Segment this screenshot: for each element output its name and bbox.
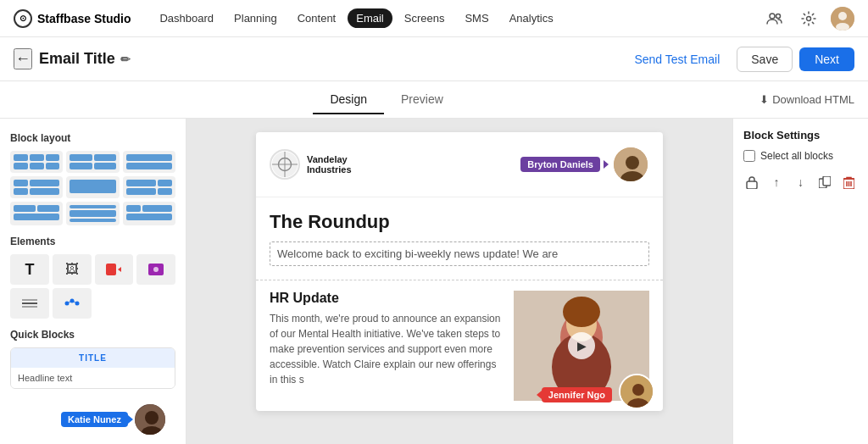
- katie-nunez-label: Katie Nunez: [61, 412, 128, 427]
- svg-rect-38: [823, 176, 831, 186]
- element-video[interactable]: [95, 254, 134, 285]
- company-logo: [270, 149, 300, 180]
- download-icon: ⬇: [760, 93, 769, 106]
- quick-block-title-label: TITLE: [18, 353, 168, 363]
- email-title-text: Email Title: [39, 50, 115, 68]
- element-media[interactable]: [136, 254, 175, 285]
- nav-right: [763, 7, 854, 31]
- app-name: Staffbase Studio: [37, 12, 131, 25]
- left-panel: Block layout: [0, 119, 186, 444]
- send-test-email-button[interactable]: Send Test Email: [624, 47, 730, 71]
- email-canvas: Vandelay Industries Bryton Daniels: [256, 132, 663, 411]
- design-tabs: Design Preview: [14, 86, 760, 114]
- delete-button[interactable]: [840, 172, 858, 192]
- svg-point-13: [64, 302, 69, 306]
- logo-icon: ⊙: [14, 9, 32, 28]
- nav-content[interactable]: Content: [289, 8, 345, 28]
- elements-grid: T 🖼: [10, 254, 175, 319]
- block-layout-grid: [10, 151, 175, 225]
- element-divider[interactable]: [10, 288, 49, 319]
- play-button[interactable]: ▶: [568, 332, 595, 359]
- quick-blocks-title: Quick Blocks: [10, 329, 175, 341]
- select-all-checkbox[interactable]: [743, 150, 755, 162]
- element-text[interactable]: T: [10, 254, 49, 285]
- nav-email[interactable]: Email: [348, 8, 392, 28]
- app-logo: ⊙ Staffbase Studio: [14, 9, 131, 28]
- bryton-avatar: [612, 146, 649, 183]
- svg-point-4: [838, 12, 847, 20]
- lock-action-button[interactable]: [743, 172, 761, 192]
- svg-rect-6: [106, 264, 116, 275]
- element-image[interactable]: 🖼: [53, 254, 92, 285]
- layout-wide[interactable]: [66, 176, 119, 198]
- block-settings-title: Block Settings: [743, 129, 858, 142]
- svg-marker-7: [118, 267, 121, 272]
- layout-two-one[interactable]: [10, 202, 63, 225]
- layout-2col[interactable]: [66, 151, 119, 173]
- download-html-button[interactable]: ⬇ Download HTML: [760, 93, 854, 106]
- nav-dashboard[interactable]: Dashboard: [151, 8, 222, 28]
- svg-rect-36: [747, 181, 757, 189]
- edit-title-icon[interactable]: ✏: [120, 53, 131, 66]
- email-canvas-area: Vandelay Industries Bryton Daniels: [186, 119, 732, 444]
- back-button[interactable]: ←: [14, 48, 32, 69]
- company-name: Vandelay: [307, 154, 352, 164]
- settings-icon[interactable]: [797, 7, 821, 31]
- svg-point-15: [75, 302, 79, 306]
- roundup-text: Welcome back to exciting bi-weekly news …: [270, 241, 649, 266]
- duplicate-button[interactable]: [816, 172, 834, 192]
- layout-narrow-wide[interactable]: [10, 176, 63, 198]
- layout-unequal[interactable]: [123, 202, 175, 225]
- svg-point-26: [626, 156, 639, 169]
- roundup-title: The Roundup: [270, 211, 649, 233]
- block-actions: ↑ ↓: [743, 172, 858, 192]
- next-button[interactable]: Next: [799, 47, 854, 71]
- page-toolbar: ← Email Title ✏ Send Test Email Save Nex…: [0, 37, 868, 81]
- move-down-button[interactable]: ↓: [792, 172, 810, 192]
- element-social[interactable]: [53, 288, 92, 319]
- nav-planning[interactable]: Planning: [225, 8, 286, 28]
- tab-design[interactable]: Design: [313, 86, 384, 114]
- block-layout-title: Block layout: [10, 132, 175, 144]
- layout-wide-narrow[interactable]: [123, 176, 175, 198]
- hr-title: HR Update: [270, 291, 504, 306]
- layout-3col[interactable]: [10, 151, 63, 173]
- save-button[interactable]: Save: [737, 47, 793, 72]
- quick-block-headline[interactable]: TITLE Headline text: [10, 347, 175, 389]
- svg-point-34: [632, 384, 644, 396]
- nav-screens[interactable]: Screens: [396, 8, 453, 28]
- main-content: Block layout: [0, 119, 868, 444]
- svg-point-1: [776, 14, 781, 18]
- nav-analytics[interactable]: Analytics: [501, 8, 562, 28]
- top-nav: ⊙ Staffbase Studio Dashboard Planning Co…: [0, 0, 868, 37]
- tab-preview[interactable]: Preview: [384, 86, 460, 114]
- select-all-row: Select all blocks: [743, 150, 858, 162]
- jennifer-tooltip-arrow: [537, 391, 542, 399]
- elements-title: Elements: [10, 236, 175, 247]
- quick-block-text: Headline text: [18, 373, 168, 383]
- quick-block-header: TITLE: [11, 348, 175, 368]
- company-name-2: Industries: [307, 164, 352, 175]
- layout-1col[interactable]: [123, 151, 175, 173]
- back-arrow: ←: [15, 50, 31, 68]
- select-all-label: Select all blocks: [760, 150, 833, 162]
- bryton-daniels-label: Bryton Daniels: [520, 157, 600, 172]
- svg-point-9: [153, 267, 159, 272]
- sub-toolbar: Design Preview ⬇ Download HTML: [0, 81, 868, 119]
- katie-avatar: [133, 402, 167, 436]
- nav-sms[interactable]: SMS: [456, 8, 497, 28]
- layout-stacked[interactable]: [66, 202, 119, 225]
- toolbar-right: Send Test Email Save Next: [624, 47, 854, 72]
- quick-block-body: Headline text: [11, 368, 175, 388]
- svg-point-14: [70, 299, 74, 303]
- user-avatar[interactable]: [831, 7, 854, 31]
- svg-line-17: [74, 302, 75, 302]
- svg-point-19: [145, 411, 159, 425]
- svg-point-2: [807, 16, 811, 20]
- move-up-button[interactable]: ↑: [768, 172, 786, 192]
- hr-section-text: HR Update This month, we're proud to ann…: [270, 291, 504, 401]
- hr-text: This month, we're proud to announce an e…: [270, 311, 504, 387]
- users-icon[interactable]: [763, 7, 787, 31]
- svg-line-16: [69, 302, 70, 302]
- email-hero-section: The Roundup Welcome back to exciting bi-…: [256, 197, 663, 280]
